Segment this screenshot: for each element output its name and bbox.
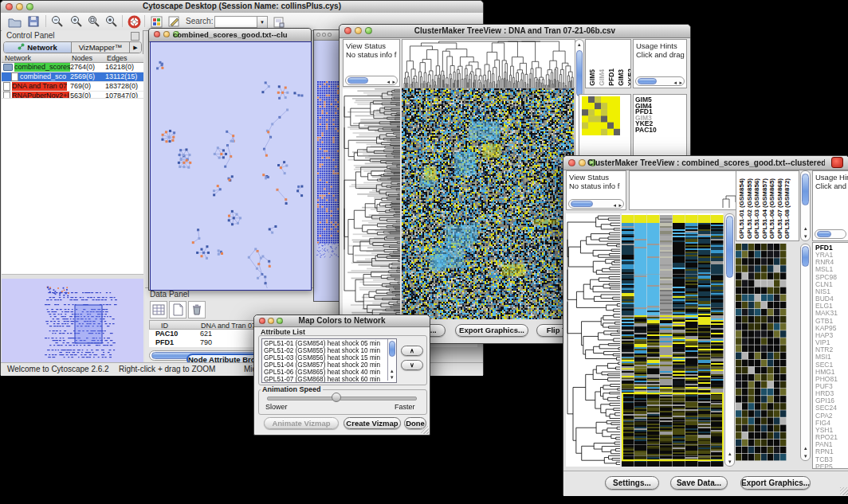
close-button[interactable] [6,3,13,10]
global-heatmap-thumbnail[interactable] [582,96,620,135]
usage-hints-message: Click and drag to [634,50,686,59]
minimize-button[interactable] [163,31,170,37]
column-labels-vscrollbar[interactable]: ▴▾ [800,170,811,241]
attribute-list-item[interactable]: GPL51-01 (GSM854) heat shock 05 min [262,340,396,347]
network-table-row[interactable]: combined_sco2569(6)13112(15) [2,72,143,82]
status-welcome: Welcome to Cytoscape 2.6.2 [7,363,109,375]
move-down-button[interactable]: ∨ [401,360,423,370]
down-arrow-icon: ∨ [410,361,414,369]
dense-network-grid[interactable] [316,80,340,261]
zoom-selected-icon[interactable] [104,14,120,29]
view-status-hscrollbar[interactable]: ◂▸ [568,199,624,209]
tab-network[interactable]: Network [4,42,72,53]
minimize-button[interactable] [268,318,274,324]
network-view-titlebar[interactable]: combined_scores_good.txt--cluste... [149,29,311,42]
heatmap-canvas[interactable] [622,213,724,467]
red-badge-icon [831,157,843,168]
view-status-hscrollbar[interactable]: ◂▸ [345,76,398,85]
close-button[interactable] [259,318,265,324]
export-graphics-button[interactable]: Export Graphics... [740,476,811,490]
close-button[interactable] [568,159,575,166]
attribute-list-item[interactable]: GPL51-07 (GSM868) heat shock 60 min [262,376,396,383]
minimize-button[interactable] [322,33,326,37]
attribute-list-item[interactable]: GPL51-06 (GSM865) heat shock 40 min [262,369,396,376]
minimize-button[interactable] [579,159,586,166]
heatmap-column-label: GPL51-02 (GSM855) [746,178,753,239]
data-panel-title: Data Panel [150,290,189,299]
help-lifering-icon[interactable] [127,14,142,29]
treeview2-titlebar[interactable]: ClusterMaker TreeView : combined_scores_… [563,156,848,170]
column-labels-panel: GPL51-01 (GSM854)GPL51-02 (GSM855)GPL51-… [736,170,799,241]
delete-attribute-trash-icon[interactable] [188,301,206,318]
tab-overflow-arrow[interactable]: ▶ [130,42,141,53]
heatmap-vscrollbar[interactable]: ▴▾ [724,213,735,467]
network-view-title: combined_scores_good.txt--cluste... [173,30,287,39]
close-button[interactable] [344,27,351,34]
main-titlebar[interactable]: Cytoscape Desktop (Session Name: collins… [1,1,483,14]
usage-hints-hscrollbar[interactable] [815,229,846,239]
speed-slider-track[interactable] [267,397,417,400]
row-value: 621 [200,330,212,338]
attribute-list-vscrollbar[interactable]: ▴▾ [387,339,396,381]
create-vizmap-label: Create Vizmap [346,419,398,428]
close-button[interactable] [316,33,320,37]
heatmap-column-label: GPL51-06 (GSM865) [768,178,775,239]
animation-speed-label: Animation Speed [261,385,323,393]
settings-button[interactable]: Settings... [605,476,659,490]
usage-hints-message: Click and [813,182,848,190]
create-vizmap-button[interactable]: Create Vizmap [344,417,401,429]
minimize-button[interactable] [355,27,362,34]
heatmap-column-label: GIM4 [598,69,606,86]
status-hint-zoom: Right-click + drag to ZOOM [119,363,215,375]
open-folder-icon[interactable] [7,14,22,29]
heatmap-canvas[interactable] [402,88,574,319]
dialog-titlebar[interactable]: Map Colors to Network [254,315,430,327]
export-graphics-button[interactable]: Export Graphics... [455,324,528,337]
float-panel-icon[interactable] [131,32,139,41]
zoom-fit-icon[interactable] [87,14,102,29]
network-canvas[interactable] [151,42,309,288]
treeview2-bottombar: Settings... Save Data... Export Graphics… [563,471,848,496]
gene-label[interactable]: PEP5 [813,463,848,469]
resize-grip[interactable] [840,487,848,495]
attribute-listbox[interactable]: GPL51-01 (GSM854) heat shock 05 minGPL51… [261,338,397,383]
save-icon[interactable] [26,14,41,29]
faster-label: Faster [395,403,415,411]
save-data-label: Save Data... [677,479,721,487]
treeview1-titlebar[interactable]: ClusterMaker TreeView : DNA and Tran 07-… [340,25,690,38]
zoom-out-icon[interactable] [50,14,65,29]
attribute-list-item[interactable]: GPL51-03 (GSM856) heat shock 15 min [262,354,396,361]
control-panel-tabs: Network VizMapper™ ▶ [3,41,142,53]
tab-network-label: Network [27,43,57,52]
desktop: Cytoscape Desktop (Session Name: collins… [0,0,848,504]
zoom-button[interactable] [328,33,332,37]
main-window-title: Cytoscape Desktop (Session Name: collins… [25,2,459,10]
network-table-row[interactable]: DNA and Tran 07769(0)183728(0) [2,82,143,92]
new-attribute-icon[interactable] [169,301,186,318]
usage-hints-hscrollbar[interactable]: ◂▸ [635,76,685,86]
resize-grip[interactable] [421,426,429,434]
view-status-panel: View Status No status info f ◂▸ [343,39,400,87]
search-input[interactable] [214,16,257,28]
row-dendrogram[interactable] [566,213,620,467]
animate-vizmap-button[interactable]: Animate Vizmap [264,417,339,429]
move-up-button[interactable]: ∧ [401,346,423,356]
attribute-list-item[interactable]: GPL51-02 (GSM855) heat shock 10 min [262,347,396,354]
control-panel: Control Panel Network VizMapper™ ▶ Netwo… [2,30,143,362]
network-overview-thumbnail[interactable] [5,281,140,360]
zoomed-heatmap-vscrollbar[interactable]: ▴▾ [800,244,811,461]
export-graphics-label: Export Graphics... [741,479,810,487]
column-dendrogram[interactable] [402,39,575,88]
tab-vizmapper[interactable]: VizMapper™ [72,42,130,53]
attribute-list-item[interactable]: GPL51-04 (GSM857) heat shock 20 min [262,361,396,369]
close-button[interactable] [154,31,160,37]
minimize-button[interactable] [16,3,23,10]
export-graphics-label: Export Graphics... [459,326,524,334]
zoom-in-icon[interactable] [69,14,84,29]
row-dendrogram[interactable] [343,88,400,319]
speed-slider-thumb[interactable] [332,393,341,402]
zoomed-heatmap-canvas[interactable] [736,244,787,461]
network-table-row[interactable]: combined_scores2764(0)16218(0) [2,63,143,72]
save-data-button[interactable]: Save Data... [670,476,728,490]
attribute-select-icon[interactable] [150,301,167,318]
